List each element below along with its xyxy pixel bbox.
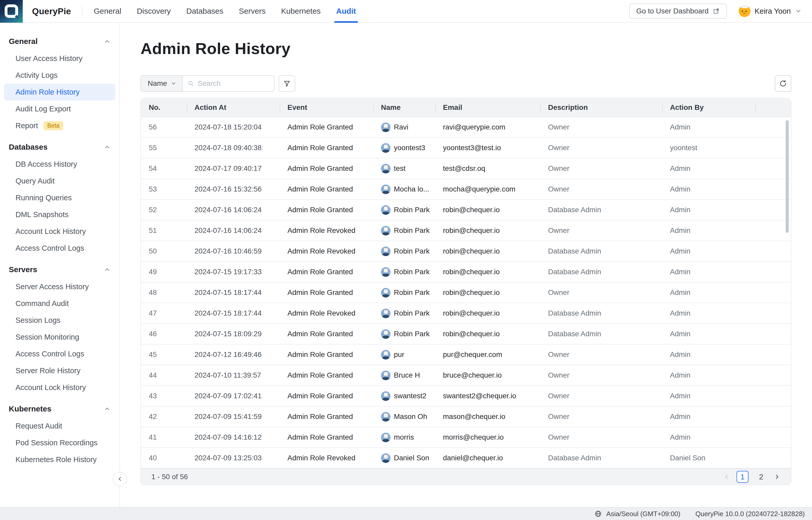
table-row[interactable]: 46 2024-07-15 18:09:29 Admin Role Grante… — [141, 324, 791, 344]
sidebar-item-label: Session Monitoring — [16, 333, 79, 341]
next-page-button[interactable] — [774, 473, 781, 480]
sidebar-item[interactable]: DML Snapshots — [0, 206, 119, 223]
sidebar-item[interactable]: User Access History — [0, 50, 119, 67]
user-avatar — [739, 5, 751, 17]
cell-description: Owner — [540, 407, 662, 427]
table-row[interactable]: 47 2024-07-15 18:17:44 Admin Role Revoke… — [141, 303, 791, 324]
top-nav-item[interactable]: Kubernetes — [281, 0, 320, 22]
column-header[interactable]: Event — [280, 99, 373, 116]
sidebar-collapse-button[interactable] — [113, 472, 127, 486]
cell-empty — [755, 344, 791, 365]
sidebar-item-label: Account Lock History — [16, 227, 86, 236]
page-title: Admin Role History — [140, 39, 791, 58]
sidebar-item[interactable]: Admin Role History — [4, 84, 115, 101]
cell-no: 49 — [141, 262, 187, 282]
go-to-user-dashboard-button[interactable]: Go to User Dashboard — [629, 4, 727, 19]
sidebar-item[interactable]: Query Audit — [0, 173, 119, 189]
sidebar-section-heading[interactable]: Servers — [0, 264, 119, 275]
page-button[interactable]: 1 — [736, 471, 749, 483]
top-nav-item[interactable]: General — [94, 0, 121, 22]
sidebar-item[interactable]: Access Control Logs — [0, 345, 119, 362]
sidebar-item[interactable]: Server Role History — [0, 362, 119, 379]
cell-no: 56 — [141, 117, 187, 137]
cell-description: Owner — [540, 365, 662, 385]
table-row[interactable]: 52 2024-07-16 14:06:24 Admin Role Grante… — [141, 200, 791, 220]
search-field-select[interactable]: Name — [140, 75, 183, 92]
sidebar-section-heading[interactable]: Databases — [0, 141, 119, 153]
sidebar-item[interactable]: Activity Logs — [0, 67, 119, 84]
table-row[interactable]: 44 2024-07-10 11:39:57 Admin Role Grante… — [141, 365, 791, 386]
sidebar-item[interactable]: Request Audit — [0, 418, 119, 435]
sidebar-item[interactable]: Running Queries — [0, 189, 119, 206]
cell-email: bruce@chequer.io — [435, 365, 540, 385]
sidebar-section-heading[interactable]: Kubernetes — [0, 403, 119, 415]
prev-page-button[interactable] — [723, 473, 730, 480]
top-bar: QueryPie GeneralDiscoveryDatabasesServer… — [0, 0, 812, 23]
top-nav-item[interactable]: Audit — [336, 0, 356, 22]
sidebar-section-heading[interactable]: General — [0, 36, 119, 47]
table-scrollbar[interactable] — [786, 120, 789, 233]
table-row[interactable]: 45 2024-07-12 16:49:46 Admin Role Grante… — [141, 344, 791, 365]
sidebar-item[interactable]: Server Access History — [0, 278, 119, 295]
top-nav-item[interactable]: Discovery — [137, 0, 171, 22]
cell-name: Ravi — [373, 117, 435, 137]
table-row[interactable]: 41 2024-07-09 14:16:12 Admin Role Grante… — [141, 427, 791, 448]
cell-name-text: Robin Park — [394, 268, 430, 276]
page-button[interactable]: 2 — [755, 471, 767, 483]
top-nav-item[interactable]: Databases — [186, 0, 223, 22]
table-row[interactable]: 56 2024-07-18 15:20:04 Admin Role Grante… — [141, 117, 791, 138]
column-header[interactable]: Name — [373, 99, 435, 116]
sidebar-section-title: General — [9, 37, 38, 46]
table-row[interactable]: 42 2024-07-09 15:41:59 Admin Role Grante… — [141, 407, 791, 427]
cell-empty — [755, 262, 791, 282]
top-nav-item[interactable]: Servers — [239, 0, 265, 22]
filter-button[interactable] — [279, 75, 295, 92]
sidebar-item[interactable]: Session Logs — [0, 312, 119, 329]
table-row[interactable]: 50 2024-07-16 10:46:59 Admin Role Revoke… — [141, 241, 791, 262]
sidebar-item[interactable]: Audit Log Export — [0, 101, 119, 117]
cell-name-text: test — [394, 164, 405, 173]
cell-description: Owner — [540, 179, 662, 199]
sidebar-item[interactable]: Pod Session Recordings — [0, 435, 119, 451]
table-row[interactable]: 40 2024-07-09 13:25:03 Admin Role Revoke… — [141, 448, 791, 469]
user-menu[interactable]: Keira Yoon — [739, 5, 802, 17]
user-avatar-icon — [381, 267, 391, 277]
sidebar-item[interactable]: Account Lock History — [0, 379, 119, 396]
querypie-logo-icon[interactable] — [0, 0, 23, 23]
sidebar-item[interactable]: DB Access History — [0, 156, 119, 173]
cell-action-at: 2024-07-18 09:40:38 — [187, 138, 280, 158]
table-row[interactable]: 48 2024-07-15 18:17:44 Admin Role Grante… — [141, 283, 791, 303]
cell-name: yoontest3 — [373, 138, 435, 158]
cell-email: swantest2@chequer.io — [435, 386, 540, 406]
column-header[interactable]: Action By — [662, 99, 755, 116]
cell-email: robin@chequer.io — [435, 303, 540, 323]
globe-icon — [594, 510, 602, 517]
cell-email: daniel@chequer.io — [435, 448, 540, 468]
column-header[interactable]: Description — [540, 99, 662, 116]
sidebar-item[interactable]: Session Monitoring — [0, 329, 119, 345]
cell-description: Owner — [540, 117, 662, 137]
sidebar-item[interactable]: Account Lock History — [0, 223, 119, 240]
refresh-button[interactable] — [775, 75, 791, 92]
search-icon — [188, 80, 194, 87]
sidebar-item[interactable]: Kubernetes Role History — [0, 451, 119, 468]
table-row[interactable]: 49 2024-07-15 19:17:33 Admin Role Grante… — [141, 262, 791, 283]
table-row[interactable]: 51 2024-07-16 14:06:24 Admin Role Revoke… — [141, 220, 791, 241]
sidebar-section-items: Server Access HistoryCommand AuditSessio… — [0, 278, 119, 396]
table-row[interactable]: 54 2024-07-17 09:40:17 Admin Role Grante… — [141, 158, 791, 179]
table-row[interactable]: 55 2024-07-18 09:40:38 Admin Role Grante… — [141, 138, 791, 158]
cell-event: Admin Role Granted — [280, 386, 373, 406]
column-header[interactable] — [755, 99, 791, 116]
table-row[interactable]: 53 2024-07-16 15:32:56 Admin Role Grante… — [141, 179, 791, 200]
chevron-left-icon — [723, 473, 730, 480]
column-header[interactable]: No. — [141, 99, 187, 116]
user-avatar-icon — [381, 205, 391, 215]
column-header[interactable]: Action At — [187, 99, 280, 116]
go-to-user-dashboard-label: Go to User Dashboard — [636, 7, 709, 15]
sidebar-item[interactable]: Access Control Logs — [0, 240, 119, 257]
search-input[interactable] — [198, 79, 269, 87]
table-row[interactable]: 43 2024-07-09 17:02:41 Admin Role Grante… — [141, 386, 791, 407]
sidebar-item[interactable]: Command Audit — [0, 295, 119, 312]
sidebar-item[interactable]: ReportBeta — [0, 117, 119, 134]
column-header[interactable]: Email — [435, 99, 540, 116]
